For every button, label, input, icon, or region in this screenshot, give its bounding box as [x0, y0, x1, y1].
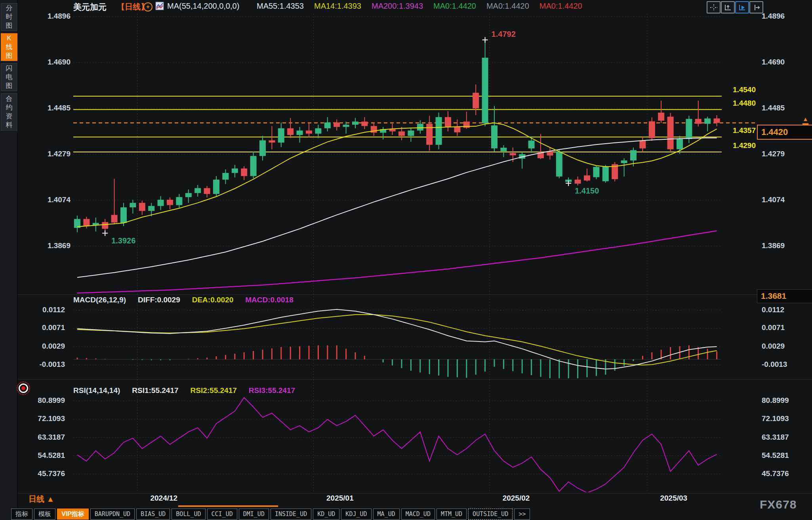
tab-inside_ud[interactable]: INSIDE_UD — [271, 509, 311, 520]
indicator-tab-bar: 指标模板VIP指标BARUPDN_UDBIAS_UDBOLL_UDCCI_UDD… — [11, 509, 530, 520]
level-price-label: 1.4480 — [724, 99, 756, 108]
tab-mtm_ud[interactable]: MTM_UD — [436, 509, 467, 520]
rsi-axis-label-left: 63.3187 — [32, 433, 65, 442]
rsi-axis-label-right: 80.8999 — [762, 396, 789, 405]
macd-axis-label-right: 0.0112 — [762, 306, 784, 314]
tab-dmi_ud[interactable]: DMI_UD — [239, 509, 269, 520]
rsi-axis-label-right: 72.1093 — [762, 414, 789, 423]
rsi-axis-label-right: 54.5281 — [762, 451, 789, 460]
price-axis-label-left: 1.4279 — [38, 150, 71, 158]
tab-ma_ud[interactable]: MA_UD — [373, 509, 400, 520]
tab-kd_ud[interactable]: KD_UD — [313, 509, 339, 520]
rsi2-value: RSI2:55.2417 — [191, 386, 237, 395]
scrollbar-thumb[interactable] — [178, 505, 278, 507]
chart-canvas[interactable] — [0, 0, 812, 520]
current-price-box: 1.4420 — [757, 125, 812, 140]
tab-outside_ud[interactable]: OUTSIDE_UD — [468, 509, 513, 520]
price-axis-label-left: 1.4485 — [38, 104, 71, 112]
macd-axis-label-right: 0.0029 — [762, 342, 785, 351]
macd-axis-label-right: -0.0013 — [762, 360, 787, 369]
tab-[interactable]: 模板 — [34, 509, 55, 520]
level-price-label: 1.4540 — [724, 85, 756, 94]
price-axis-label-right: 1.4896 — [762, 12, 785, 21]
x-axis-month-label: 2025/01 — [316, 494, 364, 503]
range-low-box: 1.3681 — [757, 289, 812, 303]
tab->>[interactable]: >> — [514, 509, 530, 520]
price-axis-label-left: 1.4074 — [38, 195, 71, 204]
level-price-label: 1.4357 — [724, 126, 756, 135]
period-selector[interactable]: 日线 ▲ — [29, 494, 54, 505]
price-axis-label-right: 1.4279 — [762, 150, 785, 158]
x-axis-month-label: 2025/03 — [650, 494, 698, 503]
tab-bias_ud[interactable]: BIAS_UD — [136, 509, 170, 520]
x-axis-month-label: 2024/12 — [140, 494, 188, 503]
price-axis-label-right: 1.3869 — [762, 241, 785, 250]
macd-axis-label-left: 0.0029 — [32, 342, 65, 351]
rsi3-value: RSI3:55.2417 — [249, 386, 295, 395]
price-axis-label-left: 1.3869 — [38, 241, 71, 250]
macd-name: MACD(26,12,9) — [73, 296, 126, 304]
tab-kdj_ud[interactable]: KDJ_UD — [341, 509, 371, 520]
pane-separator — [18, 294, 812, 295]
macd-axis-label-left: 0.0071 — [32, 323, 65, 332]
price-axis-label-left: 1.4896 — [38, 12, 71, 21]
price-up-arrow-icon: ▲▬ — [802, 117, 808, 125]
price-axis-label-right: 1.4074 — [762, 195, 785, 204]
rsi-axis-label-left: 54.5281 — [32, 451, 65, 460]
tab-barupdn_ud[interactable]: BARUPDN_UD — [90, 509, 135, 520]
rsi-axis-label-right: 63.3187 — [762, 433, 789, 442]
level-price-label: 1.4290 — [724, 141, 756, 150]
rsi1-value: RSI1:55.2417 — [132, 386, 178, 395]
macd-axis-label-left: -0.0013 — [32, 360, 65, 369]
tab-vip[interactable]: VIP指标 — [57, 509, 89, 520]
rsi-name: RSI(14,14,14) — [73, 386, 120, 395]
macd-macd-value: MACD:0.0018 — [245, 296, 293, 304]
macd-axis-label-right: 0.0071 — [762, 323, 785, 332]
pane-separator — [18, 493, 812, 493]
rsi-axis-label-left: 80.8999 — [32, 396, 65, 405]
price-axis-label-right: 1.4485 — [762, 104, 785, 112]
macd-dea-value: DEA:0.0020 — [192, 296, 234, 304]
rsi-axis-label-left: 45.7376 — [32, 469, 65, 478]
price-annotation: 1.3926 — [111, 236, 135, 245]
rsi-axis-label-left: 72.1093 — [32, 414, 65, 423]
rsi-axis-label-right: 45.7376 — [762, 469, 789, 478]
x-axis-month-label: 2025/02 — [492, 494, 540, 503]
price-axis-label-left: 1.4690 — [38, 58, 71, 66]
rsi-header-row: RSI(14,14,14) RSI1:55.2417 RSI2:55.2417 … — [73, 386, 295, 395]
pane-separator — [18, 379, 812, 380]
macd-diff-value: DIFF:0.0029 — [138, 296, 180, 304]
tab-[interactable]: 指标 — [11, 509, 32, 520]
price-annotation: 1.4150 — [575, 186, 599, 195]
macd-axis-label-left: 0.0112 — [32, 306, 65, 314]
price-axis-label-right: 1.4690 — [762, 58, 785, 66]
macd-header-row: MACD(26,12,9) DIFF:0.0029 DEA:0.0020 MAC… — [73, 296, 294, 304]
tab-boll_ud[interactable]: BOLL_UD — [172, 509, 205, 520]
tab-macd_ud[interactable]: MACD_UD — [401, 509, 435, 520]
watermark: FX678 — [760, 498, 797, 511]
tab-cci_ud[interactable]: CCI_UD — [207, 509, 237, 520]
price-annotation: 1.4792 — [492, 30, 516, 39]
alert-blinker-icon[interactable] — [19, 383, 28, 393]
trading-app-window: 分时图K线图闪电图合约资料 美元加元 【日线】 + MA(55,14,200,0… — [0, 0, 812, 520]
